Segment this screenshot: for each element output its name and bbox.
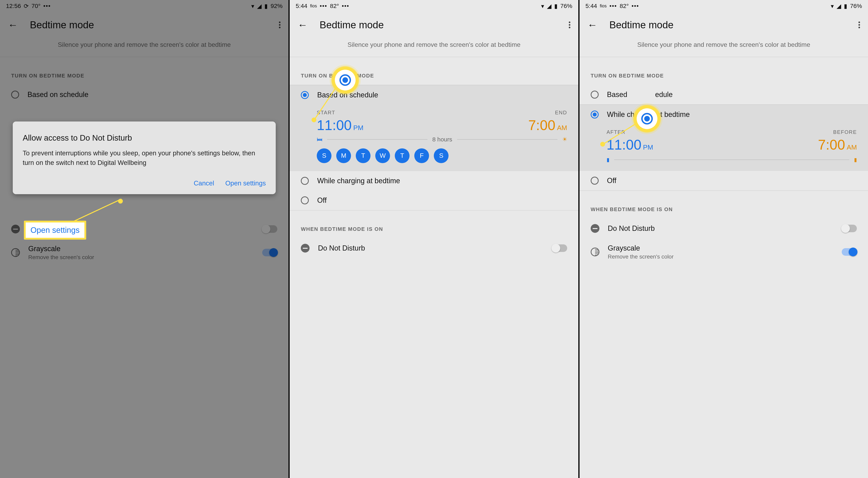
status-more-icon: ••• (43, 3, 51, 9)
before-time[interactable]: 7:00 AM (818, 137, 857, 153)
status-time: 12:56 (6, 3, 21, 9)
status-battery: 76% (560, 3, 572, 9)
schedule-detail: START 11:00 PM END 7:00 AM 🛏 8 hours ☀ (290, 105, 578, 171)
radio-icon (11, 91, 19, 98)
signal-icon: ◢ (547, 3, 552, 9)
overflow-menu-icon[interactable] (277, 19, 282, 31)
page-title: Bedtime mode (30, 19, 277, 31)
after-time[interactable]: 11:00 PM (607, 137, 653, 153)
status-battery: 92% (271, 3, 282, 9)
day-f[interactable]: F (414, 148, 429, 163)
app-bar: ← Bedtime mode (0, 12, 288, 38)
section-when-on: WHEN BEDTIME MODE IS ON (580, 191, 868, 218)
option-label: Based edule (607, 90, 673, 99)
status-more-icon: ••• (610, 3, 617, 9)
sync-icon: ⟳ (24, 3, 29, 9)
app-bar: ← Bedtime mode (580, 12, 868, 38)
signal-icon: ◢ (837, 3, 841, 9)
dnd-icon (301, 244, 310, 252)
back-icon[interactable]: ← (586, 17, 599, 33)
page-subtitle: Silence your phone and remove the screen… (290, 38, 578, 57)
radio-icon (301, 177, 309, 185)
option-label: Off (607, 176, 616, 185)
grayscale-title: Grayscale (608, 244, 674, 252)
option-schedule[interactable]: Based edule (580, 85, 868, 104)
option-label: Do Not Disturb (318, 244, 365, 252)
day-w[interactable]: W (375, 148, 390, 163)
page-subtitle: Silence your phone and remove the screen… (580, 38, 868, 57)
sun-icon: ☀ (562, 136, 567, 143)
grayscale-icon (11, 248, 20, 257)
wifi-icon: ▾ (251, 3, 254, 9)
option-off[interactable]: Off (290, 190, 578, 211)
day-s[interactable]: S (317, 148, 332, 163)
grayscale-title: Grayscale (28, 245, 94, 253)
option-label: Off (317, 196, 327, 205)
status-temp: 82° (620, 3, 629, 9)
back-icon[interactable]: ← (296, 17, 310, 33)
dnd-icon (11, 225, 20, 233)
dnd-icon (591, 224, 599, 233)
end-time[interactable]: 7:00 AM (528, 117, 567, 133)
start-time[interactable]: 11:00 PM (317, 117, 363, 133)
toggle[interactable] (262, 249, 277, 256)
status-bar: 5:44 fios ••• 82° ••• ▾ ◢ ▮ 76% (580, 0, 868, 12)
option-label: Based on schedule (28, 90, 88, 99)
status-temp: 82° (330, 3, 339, 9)
day-t[interactable]: T (356, 148, 371, 163)
phone-3: 5:44 fios ••• 82° ••• ▾ ◢ ▮ 76% ← Bedtim… (578, 0, 868, 478)
page-subtitle: Silence your phone and remove the screen… (0, 38, 288, 57)
battery-full-icon: ▮ (854, 157, 857, 163)
option-schedule[interactable]: Based on schedule (0, 85, 288, 104)
radio-icon (301, 197, 309, 204)
page-title: Bedtime mode (610, 19, 857, 31)
app-bar: ← Bedtime mode (290, 12, 578, 38)
dialog-title: Allow access to Do Not Disturb (23, 133, 266, 142)
callout-dot (600, 142, 605, 147)
callout-bubble (330, 65, 360, 95)
callout-dot (118, 199, 123, 204)
overflow-menu-icon[interactable] (857, 19, 862, 31)
radio-icon (591, 111, 599, 119)
status-bar: 12:56 ⟳ 70° ••• ▾ ◢ ▮ 92% (0, 0, 288, 12)
section-turn-on: TURN ON BEDTIME MODE (580, 57, 868, 85)
status-time: 5:44 (296, 3, 307, 9)
end-label: END (528, 110, 567, 116)
status-carrier: fios (600, 3, 607, 8)
dnd-access-dialog: Allow access to Do Not Disturb To preven… (13, 121, 276, 194)
day-m[interactable]: M (336, 148, 351, 163)
duration: 8 hours (432, 136, 452, 143)
toggle[interactable] (842, 225, 857, 232)
status-more-icon: ••• (320, 3, 327, 9)
day-s2[interactable]: S (434, 148, 448, 163)
option-off[interactable]: Off (580, 171, 868, 191)
option-dnd[interactable]: Do Not Disturb (580, 218, 868, 238)
open-settings-button[interactable]: Open settings (225, 179, 266, 187)
option-grayscale[interactable]: Grayscale Remove the screen's color (580, 238, 868, 266)
before-label: BEFORE (818, 129, 857, 135)
option-charging[interactable]: While charging at bedtime (580, 104, 868, 124)
battery-icon: ▮ (844, 3, 847, 9)
cancel-button[interactable]: Cancel (194, 179, 214, 187)
day-picker: S M T W T F S (317, 148, 567, 163)
option-dnd[interactable]: Do Not Disturb (290, 238, 578, 258)
grayscale-icon (591, 247, 599, 256)
option-grayscale-row[interactable]: Grayscale Remove the screen's color (0, 239, 288, 266)
toggle[interactable] (552, 244, 567, 252)
option-charging[interactable]: While charging at bedtime (290, 171, 578, 190)
overflow-menu-icon[interactable] (567, 19, 572, 31)
grayscale-sub: Remove the screen's color (608, 253, 674, 260)
status-temp: 70° (31, 3, 40, 9)
day-t2[interactable]: T (395, 148, 409, 163)
section-when-on: WHEN BEDTIME MODE IS ON (290, 211, 578, 238)
toggle[interactable] (262, 225, 277, 233)
wifi-icon: ▾ (541, 3, 544, 9)
status-bar: 5:44 fios ••• 82° ••• ▾ ◢ ▮ 76% (290, 0, 578, 12)
signal-icon: ◢ (257, 3, 261, 9)
wifi-icon: ▾ (831, 3, 834, 9)
status-more-icon: ••• (342, 3, 349, 9)
status-more-icon: ••• (631, 3, 639, 9)
toggle[interactable] (842, 248, 857, 256)
phone-1: 12:56 ⟳ 70° ••• ▾ ◢ ▮ 92% ← Bedtime mode… (0, 0, 288, 478)
back-icon[interactable]: ← (6, 17, 20, 33)
